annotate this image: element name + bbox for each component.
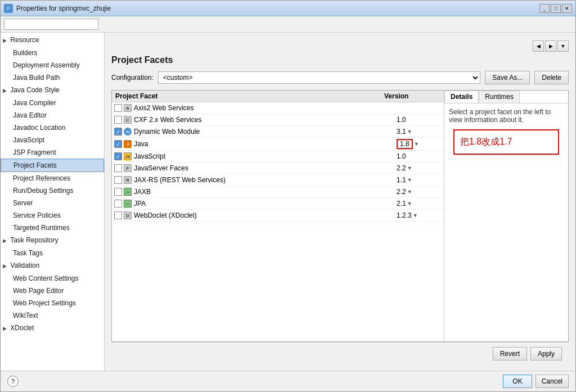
table-row[interactable]: ↔ JPA 2.1 ▼ <box>112 198 444 210</box>
sidebar-item-label: Web Page Editor <box>13 287 64 295</box>
sidebar-item-label: Task Tags <box>13 249 43 257</box>
arrow-icon: ▶ <box>3 236 8 246</box>
table-row[interactable]: ↔ JAXB 2.2 ▼ <box>112 186 444 198</box>
js-icon: JS <box>124 152 132 160</box>
java-icon: J <box>124 140 132 148</box>
sidebar-item-javascript[interactable]: JavaScript <box>1 134 104 146</box>
nav-bar: ◀ ▶ ▼ <box>111 38 569 54</box>
sidebar-item-task-tags[interactable]: Task Tags <box>1 247 104 259</box>
dropdown-icon[interactable]: ▼ <box>407 165 412 171</box>
sidebar-item-project-references[interactable]: Project References <box>1 172 104 184</box>
facet-checkbox[interactable] <box>114 164 122 172</box>
sidebar-item-label: Builders <box>13 49 37 57</box>
facet-checkbox[interactable] <box>114 176 122 184</box>
table-row[interactable]: D WebDoclet (XDoclet) 1.2.3 ▼ <box>112 210 444 222</box>
dropdown-icon[interactable]: ▼ <box>407 189 412 195</box>
sidebar-item-jsp-fragment[interactable]: JSP Fragment <box>1 146 104 159</box>
sidebar-item-wikitext[interactable]: WikiText <box>1 309 104 322</box>
facet-name: CXF 2.x Web Services <box>134 116 397 124</box>
sidebar-item-service-policies[interactable]: Service Policies <box>1 209 104 222</box>
help-button[interactable]: ? <box>7 376 19 387</box>
arrow-icon: ▶ <box>3 323 8 334</box>
search-bar <box>1 16 575 33</box>
dropdown-icon[interactable]: ▼ <box>407 201 412 206</box>
facet-checkbox[interactable]: ✓ <box>114 140 122 148</box>
cancel-button[interactable]: Cancel <box>536 375 569 388</box>
sidebar-item-web-content-settings[interactable]: Web Content Settings <box>1 272 104 285</box>
save-as-button[interactable]: Save As... <box>485 71 530 84</box>
dropdown-icon[interactable]: ▼ <box>407 177 412 183</box>
sidebar-item-run-debug[interactable]: Run/Debug Settings <box>1 184 104 197</box>
delete-button[interactable]: Delete <box>534 71 569 84</box>
generic-icon: F <box>124 164 132 172</box>
sidebar-item-xdoclet[interactable]: ▶ XDoclet <box>1 322 104 335</box>
sidebar-item-task-repository[interactable]: ▶ Task Repository <box>1 234 104 247</box>
table-row[interactable]: F JavaServer Faces 2.2 ▼ <box>112 163 444 174</box>
dropdown-icon[interactable]: ▼ <box>414 141 419 147</box>
sidebar-item-label: Web Content Settings <box>13 274 79 282</box>
back-button[interactable]: ◀ <box>533 40 544 52</box>
sidebar-item-targeted-runtimes[interactable]: Targeted Runtimes <box>1 222 104 234</box>
facet-version: 1.2.3 ▼ <box>397 211 442 219</box>
sidebar-item-java-compiler[interactable]: Java Compiler <box>1 97 104 109</box>
table-row[interactable]: ✓ JS JavaScript 1.0 <box>112 151 444 163</box>
web-icon: W <box>124 128 132 136</box>
sidebar-item-java-code-style[interactable]: ▶ Java Code Style <box>1 84 104 97</box>
facet-checkbox[interactable]: ✓ <box>114 152 122 160</box>
table-row[interactable]: ✓ J Java 1.8 ▼ <box>112 138 444 151</box>
tab-runtimes[interactable]: Runtimes <box>479 91 520 103</box>
sidebar-item-label: Java Editor <box>13 111 47 119</box>
sidebar-item-web-page-editor[interactable]: Web Page Editor <box>1 285 104 297</box>
jpa-icon: ↔ <box>124 188 132 196</box>
facet-icon: W <box>123 127 132 136</box>
main-panel: ◀ ▶ ▼ Project Facets Configuration: <cus… <box>105 33 575 371</box>
tab-details[interactable]: Details <box>444 91 479 103</box>
sidebar-item-java-editor[interactable]: Java Editor <box>1 109 104 121</box>
sidebar-item-server[interactable]: Server <box>1 197 104 209</box>
facet-checkbox[interactable]: ✓ <box>114 128 122 136</box>
ok-button[interactable]: OK <box>503 375 532 388</box>
dropdown-nav-button[interactable]: ▼ <box>557 40 569 52</box>
config-select[interactable]: <custom> <box>158 71 481 84</box>
sidebar-item-label: Task Repository <box>10 236 58 244</box>
arrow-icon: ▶ <box>3 35 8 46</box>
search-input[interactable] <box>4 19 98 30</box>
sidebar-item-builders[interactable]: Builders <box>1 47 104 59</box>
facet-checkbox[interactable] <box>114 211 122 219</box>
sidebar-item-resource[interactable]: ▶ Resource <box>1 34 104 47</box>
revert-button[interactable]: Revert <box>493 347 527 361</box>
facet-icon: ↔ <box>123 199 132 208</box>
sidebar-item-deployment-assembly[interactable]: Deployment Assembly <box>1 59 104 71</box>
sidebar-item-web-project-settings[interactable]: Web Project Settings <box>1 297 104 309</box>
facet-icon: C <box>123 115 132 124</box>
facet-icon: F <box>123 164 132 173</box>
table-row[interactable]: R JAX-RS (REST Web Services) 1.1 ▼ <box>112 174 444 186</box>
sidebar-item-label: XDoclet <box>10 324 34 332</box>
details-content: Select a project facet on the left to vi… <box>444 103 568 341</box>
facet-name: Axis2 Web Services <box>134 104 397 112</box>
facet-icon: D <box>123 211 132 220</box>
facet-checkbox[interactable] <box>114 116 122 124</box>
facet-checkbox[interactable] <box>114 200 122 208</box>
sidebar-item-javadoc[interactable]: Javadoc Location <box>1 121 104 134</box>
minimize-button[interactable]: _ <box>539 4 550 13</box>
sidebar-item-validation[interactable]: ▶ Validation <box>1 259 104 272</box>
sidebar-item-java-build-path[interactable]: Java Build Path <box>1 71 104 84</box>
details-tabs: Details Runtimes <box>444 91 568 103</box>
close-button[interactable]: ✕ <box>562 4 572 13</box>
facet-icon: R <box>123 175 132 184</box>
sidebar-item-project-facets[interactable]: Project Facets <box>1 159 104 172</box>
facet-checkbox[interactable] <box>114 188 122 196</box>
table-row[interactable]: A Axis2 Web Services <box>112 102 444 114</box>
sidebar-item-label: Service Policies <box>13 211 61 219</box>
table-row[interactable]: ✓ W Dynamic Web Module 3.1 ▼ <box>112 126 444 138</box>
table-row[interactable]: C CXF 2.x Web Services 1.0 <box>112 114 444 126</box>
facet-checkbox[interactable] <box>114 104 122 112</box>
col-facet-header: Project Facet <box>115 92 384 100</box>
dropdown-icon[interactable]: ▼ <box>413 213 418 218</box>
dropdown-icon[interactable]: ▼ <box>407 129 412 134</box>
apply-button[interactable]: Apply <box>530 347 562 361</box>
maximize-button[interactable]: □ <box>551 4 561 13</box>
title-bar: P Properties for springmvc_zhujie _ □ ✕ <box>1 1 575 16</box>
forward-button[interactable]: ▶ <box>545 40 556 52</box>
